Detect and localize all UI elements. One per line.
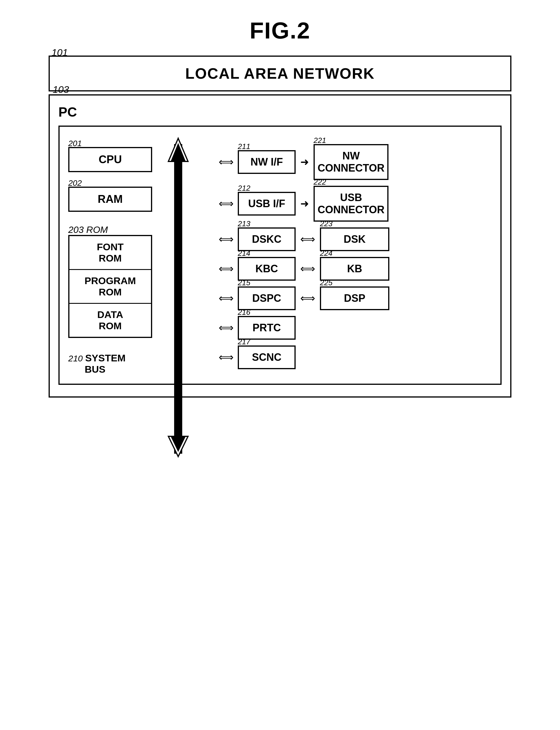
nw-conn-box: NWCONNECTOR: [314, 144, 388, 180]
dsp-ref: 225: [320, 278, 332, 287]
pc-label: PC: [58, 104, 502, 120]
usb-row: ⟺ 212 USB I/F ➜ 222 USBCONNECTOR: [219, 186, 492, 222]
dsk-box: DSK: [320, 227, 389, 251]
rom-ref: 203 ROM: [68, 225, 108, 235]
pc-ref: 103: [53, 84, 69, 95]
nw-if-box: NW I/F: [238, 150, 296, 174]
rom-group: 203 ROM FONTROM PROGRAMROM DATAROM: [68, 235, 152, 338]
kbc-ref: 214: [238, 249, 250, 258]
page-title: FIG.2: [250, 17, 310, 44]
dskc-ref: 213: [238, 219, 250, 228]
bus-to-prtc-arrow: ⟺: [219, 322, 234, 334]
rom-sub-box: FONTROM PROGRAMROM DATAROM: [68, 235, 152, 338]
pc-inner: 201 CPU 202 RAM 203 ROM FONTROM PROGRAMR…: [58, 126, 502, 385]
system-bus-arrow: [161, 135, 196, 375]
kb-row: ⟺ 214 KBC ⟺ 224 KB: [219, 257, 492, 281]
cpu-block: 201 CPU: [68, 147, 152, 172]
dspc-to-dsp-arrow: ⟺: [300, 292, 315, 304]
usb-conn-ref: 222: [314, 178, 326, 187]
usbif-to-usbconn-arrow: ➜: [300, 198, 309, 210]
dspc-block: 215 DSPC: [238, 286, 296, 310]
prtc-box: PRTC: [238, 316, 296, 340]
kb-block: 224 KB: [320, 257, 389, 281]
bus-to-usbif-arrow: ⟺: [219, 198, 234, 210]
dskc-block: 213 DSKC: [238, 227, 296, 251]
ram-block: 202 RAM: [68, 187, 152, 212]
kb-ref: 224: [320, 249, 332, 258]
kb-box: KB: [320, 257, 389, 281]
dskc-to-dsk-arrow: ⟺: [300, 233, 315, 245]
usb-if-box: USB I/F: [238, 192, 296, 216]
kbc-box: KBC: [238, 257, 296, 281]
if-connector-section: ⟺ 211 NW I/F ➜ 221 NWCONNECTOR ⟺: [219, 135, 492, 375]
dskc-box: DSKC: [238, 227, 296, 251]
sysbus-label: 210 SYSTEM BUS: [68, 352, 152, 375]
pc-container: 103 PC 201 CPU 202 RAM: [49, 94, 511, 398]
dsp-row: ⟺ 215 DSPC ⟺ 225 DSP: [219, 286, 492, 310]
data-rom: DATAROM: [69, 304, 151, 337]
bus-to-dspc-arrow: ⟺: [219, 292, 234, 304]
lan-ref: 101: [51, 47, 68, 58]
bus-to-dskc-arrow: ⟺: [219, 233, 234, 245]
program-rom: PROGRAMROM: [69, 270, 151, 304]
nw-connector-block: 221 NWCONNECTOR: [314, 144, 388, 180]
prtc-ref: 216: [238, 308, 250, 317]
lan-box: LOCAL AREA NETWORK: [49, 56, 511, 91]
usb-if-block: 212 USB I/F: [238, 192, 296, 216]
bus-to-scnc-arrow: ⟺: [219, 351, 234, 363]
nw-conn-ref: 221: [314, 136, 326, 145]
dsp-block: 225 DSP: [320, 286, 389, 310]
kbc-to-kb-arrow: ⟺: [300, 263, 315, 275]
nwif-to-nwconn-arrow: ➜: [300, 156, 309, 168]
bus-to-kbc-arrow: ⟺: [219, 263, 234, 275]
scnc-ref: 217: [238, 337, 250, 346]
diagram: 101 LOCAL AREA NETWORK 103 PC 201 CPU 20…: [49, 56, 511, 398]
dsk-block: 223 DSK: [320, 227, 389, 251]
nw-if-block: 211 NW I/F: [238, 150, 296, 174]
prtc-block: 216 PRTC: [238, 316, 296, 340]
scnc-row: ⟺ 217 SCNC: [219, 345, 492, 369]
usb-connector-block: 222 USBCONNECTOR: [314, 186, 388, 222]
usb-if-ref: 212: [238, 184, 250, 193]
lan-section: 101 LOCAL AREA NETWORK: [49, 56, 511, 91]
font-rom: FONTROM: [69, 236, 151, 270]
scnc-block: 217 SCNC: [238, 345, 296, 369]
ram-box: RAM: [68, 187, 152, 212]
dsp-box: DSP: [320, 286, 389, 310]
bus-to-nwif-arrow: ⟺: [219, 156, 234, 168]
scnc-box: SCNC: [238, 345, 296, 369]
usb-conn-box: USBCONNECTOR: [314, 186, 388, 222]
prtc-row: ⟺ 216 PRTC: [219, 316, 492, 340]
dspc-ref: 215: [238, 278, 250, 287]
dspc-box: DSPC: [238, 286, 296, 310]
dsk-ref: 223: [320, 219, 332, 228]
cpu-box: CPU: [68, 147, 152, 172]
kbc-block: 214 KBC: [238, 257, 296, 281]
dsk-row: ⟺ 213 DSKC ⟺ 223 DSK: [219, 227, 492, 251]
nw-if-ref: 211: [238, 142, 250, 151]
nw-row: ⟺ 211 NW I/F ➜ 221 NWCONNECTOR: [219, 144, 492, 180]
sysbus-ref: 210: [68, 354, 85, 363]
